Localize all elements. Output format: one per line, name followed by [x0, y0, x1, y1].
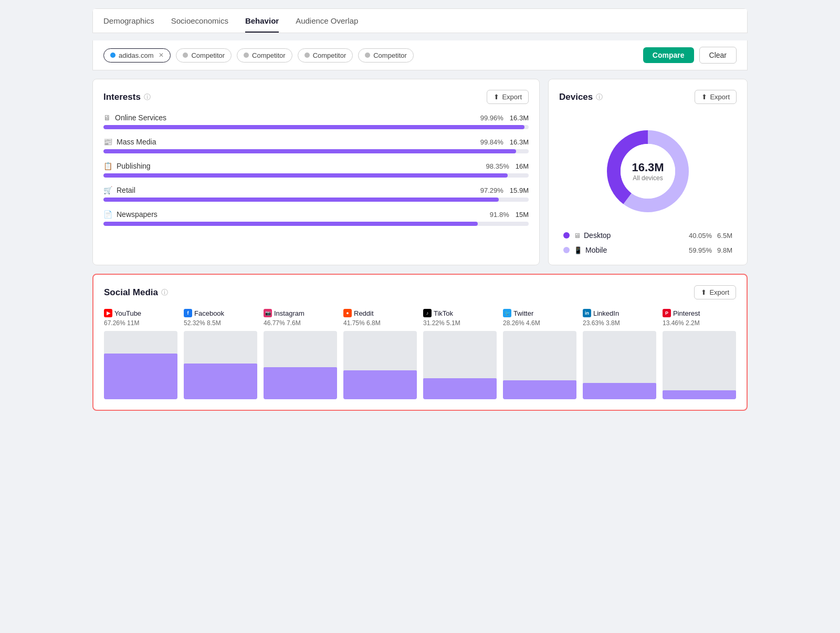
social-export-label: Export [709, 288, 729, 296]
social-stats: 23.63% 3.8M [583, 319, 620, 327]
device-type-label: Desktop [584, 231, 611, 240]
social-value: 11M [127, 319, 139, 327]
social-bar-fill [503, 380, 576, 399]
social-info-icon[interactable]: ⓘ [161, 288, 168, 297]
interest-bar-fill [103, 149, 516, 153]
social-platform-name: Pinterest [673, 309, 700, 317]
interest-row: 📰 Mass Media 99.84% 16.3M [103, 138, 529, 153]
social-platform-icon: 🐦 [503, 309, 511, 317]
social-title-group: Social Media ⓘ [104, 287, 168, 298]
devices-export-up-icon: ⬆ [701, 93, 707, 101]
chip-dot-empty-2 [244, 53, 249, 58]
interest-name: 📋 Publishing [103, 162, 151, 170]
social-pct: 67.26% [104, 319, 125, 327]
interests-info-icon[interactable]: ⓘ [144, 92, 151, 102]
device-dot [563, 232, 570, 238]
device-stats: 59.95% 9.8M [689, 246, 732, 254]
clear-button[interactable]: Clear [699, 47, 737, 64]
devices-title-group: Devices ⓘ [559, 92, 603, 102]
competitor-chip-4[interactable]: Competitor [358, 48, 414, 63]
interest-bar-fill [103, 198, 499, 202]
nav-audience-overlap[interactable]: Audience Overlap [296, 16, 358, 33]
social-bar-container [583, 331, 656, 399]
chip-close-icon[interactable]: ✕ [159, 51, 164, 59]
social-pct: 41.75% [343, 319, 365, 327]
social-item: 📷 Instagram 46.77% 7.6M [264, 309, 337, 399]
interest-row: 📄 Newspapers 91.8% 15M [103, 210, 529, 226]
chip-dot-empty-1 [183, 53, 188, 58]
social-bar-container [264, 331, 337, 399]
devices-info-icon[interactable]: ⓘ [596, 92, 603, 102]
interest-bar-fill [103, 125, 524, 129]
social-name-row: ♪ TikTok [423, 309, 453, 317]
competitor-label-1: Competitor [191, 51, 225, 59]
social-value: 8.5M [207, 319, 221, 327]
social-stats: 41.75% 6.8M [343, 319, 381, 327]
interests-title: Interests [103, 92, 141, 102]
social-stats: 31.22% 5.1M [423, 319, 460, 327]
interest-label-row: 🛒 Retail 97.29% 15.9M [103, 186, 529, 194]
social-stats: 52.32% 8.5M [184, 319, 221, 327]
device-name: 📱 Mobile [574, 246, 685, 254]
nav-demographics[interactable]: Demographics [103, 16, 154, 33]
social-name-row: f Facebook [184, 309, 224, 317]
social-bar-container [663, 331, 736, 399]
interest-stats: 99.96% 16.3M [480, 114, 529, 122]
interest-value: 16M [516, 162, 529, 170]
social-pct: 13.46% [663, 319, 684, 327]
social-platform-icon: f [184, 309, 192, 317]
social-platform-name: Reddit [354, 309, 374, 317]
device-dot [563, 247, 570, 253]
interest-row: 🛒 Retail 97.29% 15.9M [103, 186, 529, 202]
interest-name: 🛒 Retail [103, 186, 135, 194]
nav-socioeconomics[interactable]: Socioeconomics [171, 16, 228, 33]
competitor-chip-3[interactable]: Competitor [298, 48, 353, 63]
social-value: 7.6M [287, 319, 301, 327]
interest-name: 📰 Mass Media [103, 138, 156, 146]
social-bar-container [104, 331, 177, 399]
interest-value: 15M [516, 211, 529, 219]
devices-title: Devices [559, 92, 593, 102]
interests-title-group: Interests ⓘ [103, 92, 151, 102]
competitor-chip-2[interactable]: Competitor [237, 48, 292, 63]
interest-stats: 98.35% 16M [486, 162, 529, 170]
social-pct: 23.63% [583, 319, 604, 327]
social-bar-fill [583, 383, 656, 399]
social-name-row: in LinkedIn [583, 309, 619, 317]
social-item: ● Reddit 41.75% 6.8M [343, 309, 417, 399]
social-value: 4.6M [526, 319, 540, 327]
interest-pct: 99.84% [480, 138, 503, 146]
interest-row: 🖥 Online Services 99.96% 16.3M [103, 113, 529, 129]
interest-icon: 📋 [103, 162, 112, 170]
competitor-label-2: Competitor [252, 51, 286, 59]
social-title: Social Media [104, 287, 158, 298]
interest-bar-fill [103, 222, 478, 226]
device-type-icon: 🖥 [574, 232, 581, 240]
social-value: 3.8M [606, 319, 620, 327]
device-type-icon: 📱 [574, 246, 582, 254]
interest-label-row: 🖥 Online Services 99.96% 16.3M [103, 113, 529, 122]
social-platform-icon: ● [343, 309, 352, 317]
devices-export-button[interactable]: ⬆ Export [695, 90, 737, 104]
interest-name-label: Publishing [117, 162, 151, 170]
nav-behavior[interactable]: Behavior [245, 16, 279, 33]
interest-name-label: Mass Media [117, 138, 156, 146]
chip-dot-empty-3 [304, 53, 310, 58]
interest-value: 15.9M [510, 186, 529, 194]
interest-bar-track [103, 198, 529, 202]
social-stats: 67.26% 11M [104, 319, 139, 327]
interests-list: 🖥 Online Services 99.96% 16.3M 📰 Mass Me… [103, 113, 529, 226]
social-item: in LinkedIn 23.63% 3.8M [583, 309, 656, 399]
interests-export-button[interactable]: ⬆ Export [487, 90, 529, 104]
device-value: 9.8M [717, 246, 732, 254]
social-platform-icon: P [663, 309, 671, 317]
main-site-chip[interactable]: adidas.com ✕ [103, 48, 171, 63]
social-name-row: 📷 Instagram [264, 309, 304, 317]
interests-header: Interests ⓘ ⬆ Export [103, 90, 529, 104]
competitor-chip-1[interactable]: Competitor [176, 48, 232, 63]
social-grid: ▶ YouTube 67.26% 11M f Facebook 52.32% 8… [104, 309, 736, 399]
social-pct: 28.26% [503, 319, 524, 327]
interest-label-row: 📄 Newspapers 91.8% 15M [103, 210, 529, 219]
compare-button[interactable]: Compare [643, 47, 694, 63]
social-export-button[interactable]: ⬆ Export [694, 285, 736, 299]
